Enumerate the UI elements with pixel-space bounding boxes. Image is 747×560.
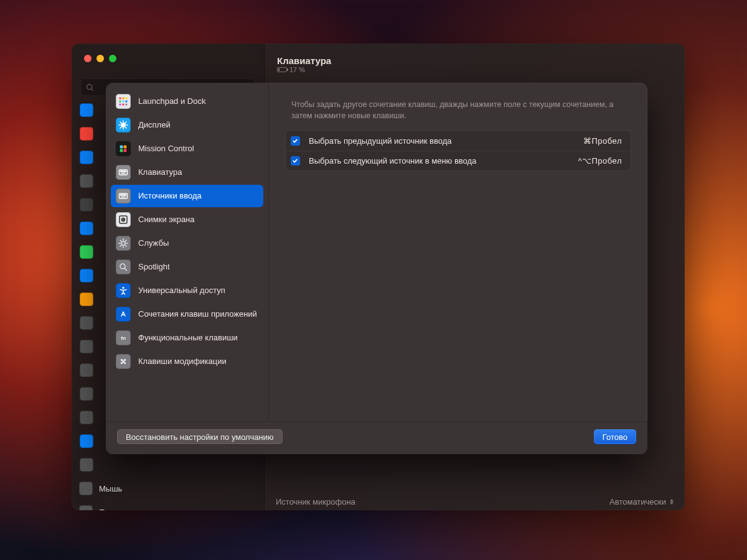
shortcut-label: Выбрать предыдущий источник ввода [309, 136, 583, 146]
shortcut-category-keyboard[interactable]: Клавиатура [111, 161, 263, 184]
restore-defaults-button[interactable]: Восстановить настройки по умолчанию [117, 429, 283, 444]
settings-category-icon[interactable] [79, 170, 94, 192]
shortcut-category-screenshot[interactable]: Снимки экрана [111, 208, 263, 231]
svg-point-41 [123, 219, 124, 220]
sidebar-item-mouse[interactable]: Мышь [79, 478, 260, 499]
window-traffic-lights [72, 44, 264, 73]
settings-category-icon[interactable] [79, 383, 94, 404]
printer-icon [79, 505, 93, 510]
shortcut-detail-pane: Чтобы задать другое сочетание клавиш, дв… [269, 83, 647, 421]
shortcut-category-spotlight[interactable]: Spotlight [111, 256, 263, 278]
mic-source-select[interactable]: Автоматически [609, 497, 674, 506]
shortcut-category-label: Источники ввода [138, 191, 202, 201]
svg-text:fn: fn [121, 335, 126, 341]
sidebar-item-label: Принтеры и сканеры [99, 508, 177, 511]
launchpad-icon [116, 94, 131, 109]
settings-category-icon[interactable] [79, 431, 94, 452]
fn-icon: fn [116, 330, 131, 345]
sidebar-item-printers[interactable]: Принтеры и сканеры [79, 502, 260, 510]
svg-point-42 [121, 241, 125, 245]
shortcut-category-display[interactable]: Дисплей [111, 114, 263, 136]
svg-point-34 [121, 195, 122, 195]
minimize-window-button[interactable] [96, 55, 104, 62]
sheet-footer: Восстановить настройки по умолчанию Гото… [106, 421, 647, 454]
close-window-button[interactable] [84, 55, 92, 62]
settings-category-icon[interactable] [79, 312, 94, 334]
shortcut-row[interactable]: Выбрать следующий источник в меню ввода^… [286, 151, 631, 170]
appshort-icon [116, 307, 131, 322]
shortcut-category-label: Mission Control [138, 144, 194, 154]
up-down-icon [670, 499, 674, 505]
shortcut-category-label: Клавиши модификации [138, 357, 227, 366]
mic-source-row: Источник микрофона Автоматически [265, 491, 685, 510]
svg-point-37 [125, 195, 126, 195]
battery-icon [277, 67, 287, 72]
shortcut-category-services[interactable]: Службы [111, 232, 263, 254]
svg-rect-7 [126, 101, 128, 103]
svg-line-17 [126, 128, 126, 128]
search-icon [86, 83, 94, 91]
settings-category-icon[interactable] [79, 147, 94, 168]
battery-status: 17 % [277, 66, 672, 73]
settings-category-icon[interactable] [79, 241, 94, 263]
settings-category-icon[interactable] [79, 123, 94, 144]
shortcut-category-label: Сочетания клавиш приложений [138, 309, 257, 319]
shortcut-keys[interactable]: ⌘Пробел [583, 136, 622, 146]
content-header: Клавиатура 17 % [265, 44, 685, 78]
settings-category-icon[interactable] [79, 407, 94, 428]
mouse-icon [79, 482, 93, 495]
shortcut-category-modkeys[interactable]: Клавиши модификации [111, 350, 263, 373]
zoom-window-button[interactable] [109, 55, 116, 62]
services-icon [116, 236, 131, 251]
shortcut-enabled-checkbox[interactable] [291, 136, 300, 146]
shortcut-category-access[interactable]: Универсальный доступ [111, 279, 263, 302]
shortcut-category-label: Клавиатура [138, 167, 182, 177]
svg-point-27 [121, 171, 122, 172]
svg-point-28 [123, 171, 123, 172]
svg-line-1 [92, 88, 93, 90]
svg-line-44 [125, 268, 126, 270]
shortcut-category-launchpad[interactable]: Launchpad и Dock [111, 90, 263, 113]
svg-point-26 [120, 171, 121, 172]
svg-point-49 [123, 361, 124, 362]
shortcuts-table: Выбрать предыдущий источник ввода⌘Пробел… [285, 130, 631, 171]
shortcut-enabled-checkbox[interactable] [291, 156, 300, 166]
display-icon [116, 118, 131, 133]
settings-category-icon[interactable] [79, 360, 94, 381]
shortcut-category-appshort[interactable]: Сочетания клавиш приложений [111, 303, 263, 325]
svg-line-16 [120, 122, 121, 123]
shortcut-category-mission[interactable]: Mission Control [111, 138, 263, 160]
svg-rect-24 [124, 149, 127, 152]
settings-category-icon[interactable] [79, 218, 94, 239]
settings-category-icon[interactable] [79, 265, 94, 286]
svg-rect-3 [123, 98, 125, 100]
settings-category-icon[interactable] [79, 454, 94, 475]
svg-rect-46 [119, 310, 128, 319]
shortcut-category-label: Службы [138, 238, 169, 248]
shortcut-row[interactable]: Выбрать предыдущий источник ввода⌘Пробел [286, 131, 631, 151]
keyboard-icon [116, 165, 131, 180]
shortcut-category-label: Универсальный доступ [138, 286, 225, 296]
done-button[interactable]: Готово [594, 429, 636, 444]
settings-category-icon[interactable] [79, 100, 94, 121]
settings-category-icon[interactable] [79, 194, 94, 215]
svg-point-36 [124, 195, 125, 195]
shortcut-category-fn[interactable]: fnФункциональные клавиши [111, 327, 263, 349]
mic-source-value: Автоматически [609, 497, 666, 506]
svg-rect-5 [120, 101, 121, 103]
svg-rect-8 [120, 104, 121, 106]
svg-point-11 [121, 123, 125, 127]
shortcut-category-label: Дисплей [138, 120, 171, 130]
shortcut-category-label: Функциональные клавиши [138, 333, 238, 343]
shortcut-category-label: Spotlight [138, 262, 170, 272]
svg-point-35 [123, 195, 123, 195]
svg-point-33 [120, 195, 121, 195]
shortcut-category-input[interactable]: Источники ввода [111, 185, 263, 207]
shortcut-keys[interactable]: ^⌥Пробел [578, 156, 622, 166]
screenshot-icon [116, 212, 131, 227]
instructions-text: Чтобы задать другое сочетание клавиш, дв… [269, 83, 647, 130]
svg-rect-2 [120, 98, 121, 100]
settings-category-icon[interactable] [79, 289, 94, 310]
settings-category-icon[interactable] [79, 336, 94, 357]
svg-rect-4 [126, 98, 128, 100]
